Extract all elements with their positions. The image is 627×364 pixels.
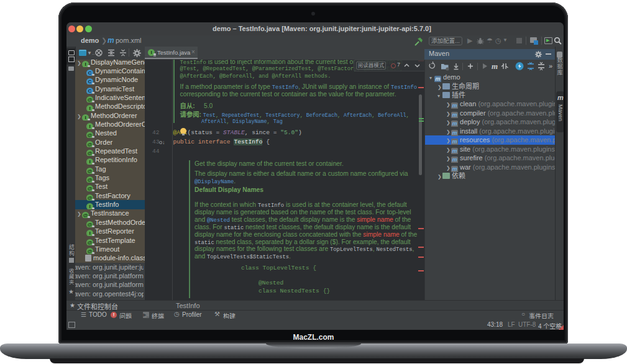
svg-text:»: »	[549, 62, 552, 70]
svg-text:m: m	[492, 61, 498, 71]
